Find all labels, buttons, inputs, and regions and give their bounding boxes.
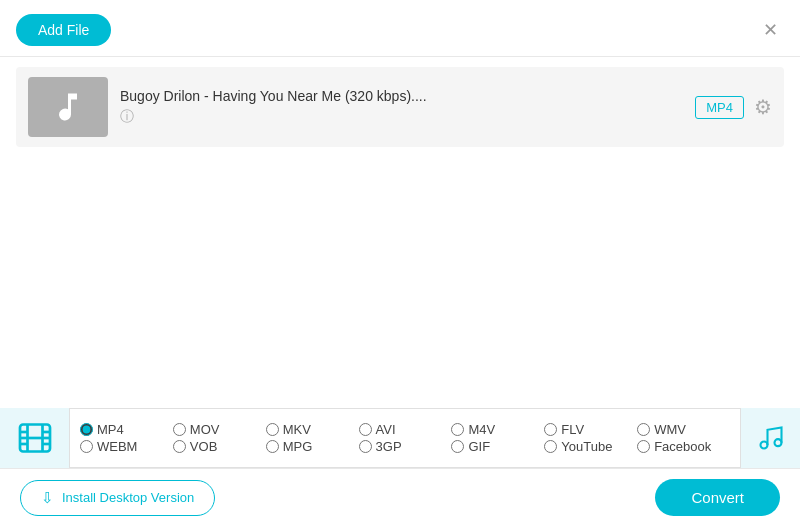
header: Add File ✕ <box>0 0 800 57</box>
format-option-flv[interactable]: FLV <box>544 422 637 437</box>
film-icon <box>17 420 53 456</box>
format-option-mp4[interactable]: MP4 <box>80 422 173 437</box>
audio-icon <box>757 424 785 452</box>
file-item: Bugoy Drilon - Having You Near Me (320 k… <box>16 67 784 147</box>
format-label-mov[interactable]: MOV <box>190 422 220 437</box>
format-option-wmv[interactable]: WMV <box>637 422 730 437</box>
format-label-mp4[interactable]: MP4 <box>97 422 124 437</box>
file-list: Bugoy Drilon - Having You Near Me (320 k… <box>0 57 800 157</box>
footer: ⇩ Install Desktop Version Convert <box>0 468 800 526</box>
file-actions: MP4 ⚙ <box>695 95 772 119</box>
close-button[interactable]: ✕ <box>757 19 784 41</box>
format-label-avi[interactable]: AVI <box>376 422 396 437</box>
settings-icon[interactable]: ⚙ <box>754 95 772 119</box>
file-thumbnail <box>28 77 108 137</box>
file-name: Bugoy Drilon - Having You Near Me (320 k… <box>120 88 683 104</box>
format-label-wmv[interactable]: WMV <box>654 422 686 437</box>
install-label: Install Desktop Version <box>62 490 194 505</box>
format-label-gif[interactable]: GIF <box>468 439 490 454</box>
format-label-webm[interactable]: WEBM <box>97 439 137 454</box>
convert-button[interactable]: Convert <box>655 479 780 516</box>
format-option-youtube[interactable]: YouTube <box>544 439 637 454</box>
svg-point-8 <box>760 442 767 449</box>
format-option-webm[interactable]: WEBM <box>80 439 173 454</box>
format-label-facebook[interactable]: Facebook <box>654 439 711 454</box>
format-bar: MP4 MOV MKV AVI M4V FLV WMV WEBM <box>0 408 800 468</box>
format-label-3gp[interactable]: 3GP <box>376 439 402 454</box>
download-icon: ⇩ <box>41 489 54 507</box>
info-icon[interactable]: ⓘ <box>120 108 683 126</box>
format-option-m4v[interactable]: M4V <box>451 422 544 437</box>
format-option-facebook[interactable]: Facebook <box>637 439 730 454</box>
format-label-youtube[interactable]: YouTube <box>561 439 612 454</box>
format-label-vob[interactable]: VOB <box>190 439 217 454</box>
format-option-mpg[interactable]: MPG <box>266 439 359 454</box>
format-label-mkv[interactable]: MKV <box>283 422 311 437</box>
video-format-icon[interactable] <box>0 408 70 468</box>
format-options: MP4 MOV MKV AVI M4V FLV WMV WEBM <box>70 416 740 460</box>
music-icon <box>50 89 86 125</box>
install-desktop-button[interactable]: ⇩ Install Desktop Version <box>20 480 215 516</box>
format-badge: MP4 <box>695 96 744 119</box>
svg-point-9 <box>774 439 781 446</box>
format-option-3gp[interactable]: 3GP <box>359 439 452 454</box>
format-label-m4v[interactable]: M4V <box>468 422 495 437</box>
format-option-gif[interactable]: GIF <box>451 439 544 454</box>
format-option-avi[interactable]: AVI <box>359 422 452 437</box>
format-label-flv[interactable]: FLV <box>561 422 584 437</box>
format-option-mov[interactable]: MOV <box>173 422 266 437</box>
format-option-mkv[interactable]: MKV <box>266 422 359 437</box>
audio-format-button[interactable] <box>740 408 800 468</box>
add-file-button[interactable]: Add File <box>16 14 111 46</box>
format-label-mpg[interactable]: MPG <box>283 439 313 454</box>
file-info: Bugoy Drilon - Having You Near Me (320 k… <box>120 88 683 126</box>
format-option-vob[interactable]: VOB <box>173 439 266 454</box>
